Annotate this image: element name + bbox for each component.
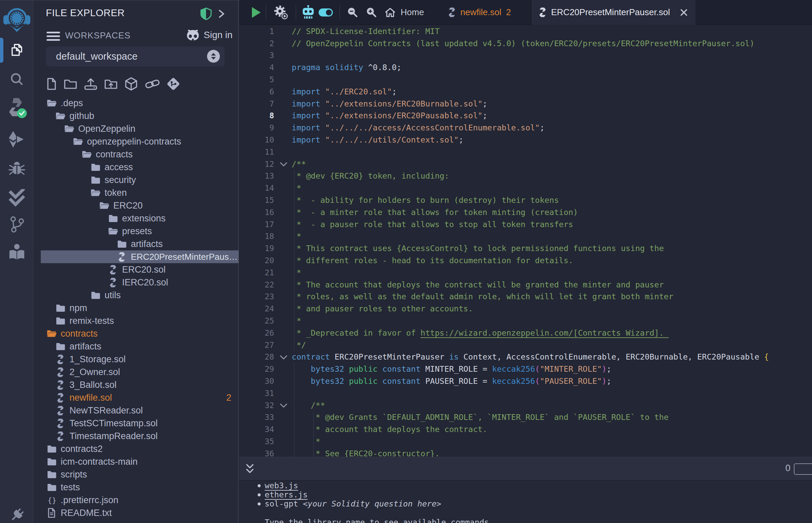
tree-folder-access[interactable]: access bbox=[34, 161, 239, 174]
code-line-29: 29 bytes32 public constant MINTER_ROLE =… bbox=[240, 363, 812, 375]
workspace-sort-icon[interactable] bbox=[207, 50, 220, 63]
line-number: 8 bbox=[240, 111, 274, 120]
tree-folder-ERC20[interactable]: ERC20 bbox=[34, 199, 239, 212]
tree-folder-contracts[interactable]: contracts bbox=[34, 327, 239, 340]
close-tab-icon[interactable] bbox=[679, 8, 688, 17]
file-explorer-panel: FILE EXPLORER WORKSPACES Sign in defaul bbox=[34, 0, 239, 523]
publish-gist-icon[interactable] bbox=[145, 77, 160, 91]
code-line-17: 17 * - a pauser role that allows to stop… bbox=[240, 218, 812, 231]
code-line-4: 4pragma solidity ^0.8.0; bbox=[240, 61, 812, 73]
tree-folder-extensions[interactable]: extensions bbox=[34, 212, 239, 225]
terminal-link[interactable]: ethers.js bbox=[265, 490, 307, 500]
terminal-listen-checkbox[interactable] bbox=[794, 463, 812, 475]
tree-folder-token[interactable]: token bbox=[34, 186, 239, 199]
code-editor[interactable]: 1// SPDX-License-Identifier: MIT2// Open… bbox=[240, 25, 812, 457]
tree-folder-scripts[interactable]: scripts bbox=[34, 468, 239, 481]
collapse-panel-icon[interactable] bbox=[217, 8, 226, 20]
workspace-select[interactable]: default_workspace bbox=[46, 47, 225, 66]
remix-logo-icon[interactable] bbox=[0, 6, 33, 32]
tree-item-label: OpenZeppelin bbox=[78, 124, 136, 134]
clone-git-icon[interactable] bbox=[166, 77, 180, 91]
zoom-in-icon[interactable] bbox=[365, 6, 378, 19]
tree-folder-contracts2[interactable]: contracts2 bbox=[34, 443, 239, 455]
terminal-output[interactable]: web3.jsethers.jssol-gpt <your Solidity q… bbox=[240, 481, 812, 523]
tree-folder-openzeppelin-contracts[interactable]: openzeppelin-contracts bbox=[34, 135, 239, 148]
search-icon[interactable] bbox=[0, 71, 33, 88]
debugger-icon[interactable] bbox=[0, 160, 33, 177]
remixai-icon[interactable] bbox=[301, 4, 316, 21]
folder-open-icon bbox=[73, 137, 83, 146]
new-folder-icon[interactable] bbox=[64, 77, 77, 91]
tree-folder-icm-contracts-main[interactable]: icm-contracts-main bbox=[34, 455, 239, 468]
remixai-toggle[interactable] bbox=[318, 8, 333, 17]
tab-newfile-sol[interactable]: newfile.sol2 bbox=[443, 0, 516, 25]
fold-chevron-icon[interactable] bbox=[279, 353, 289, 363]
solidity-compiler-icon[interactable] bbox=[0, 98, 33, 117]
run-script-button[interactable] bbox=[250, 6, 262, 19]
line-number: 5 bbox=[240, 75, 274, 84]
tree-folder-.deps[interactable]: .deps bbox=[34, 97, 239, 109]
tree-folder-artifacts[interactable]: artifacts bbox=[34, 340, 239, 353]
tree-file-3_Ballot.sol[interactable]: 3_Ballot.sol bbox=[34, 378, 239, 391]
line-number: 24 bbox=[240, 304, 274, 313]
tree-item-label: security bbox=[105, 175, 136, 185]
terminal-link[interactable]: web3.js bbox=[265, 481, 298, 490]
tree-file-.prettierrc.json[interactable]: {}.prettierrc.json bbox=[34, 494, 239, 506]
tree-folder-remix-tests[interactable]: remix-tests bbox=[34, 314, 239, 327]
tree-file-NewTSReader.sol[interactable]: NewTSReader.sol bbox=[34, 404, 239, 417]
sol-icon bbox=[55, 380, 66, 390]
tree-file-README.txt[interactable]: README.txt bbox=[34, 506, 239, 519]
code-line-23: 23 * roles, as well as the default admin… bbox=[240, 291, 812, 303]
line-number: 1 bbox=[240, 26, 274, 36]
tree-folder-presets[interactable]: presets bbox=[34, 225, 239, 238]
tree-folder-contracts[interactable]: contracts bbox=[34, 148, 239, 161]
modified-count-badge: 2 bbox=[226, 393, 231, 403]
folder-icon bbox=[90, 176, 101, 184]
line-number: 19 bbox=[240, 244, 274, 253]
tab-erc20presetminterpauser-sol[interactable]: ERC20PresetMinterPauser.sol bbox=[531, 0, 696, 25]
compile-run-button[interactable] bbox=[273, 5, 288, 20]
tree-item-label: icm-contracts-main bbox=[61, 457, 138, 467]
terminal-line bbox=[240, 508, 812, 518]
upload-file-icon[interactable] bbox=[84, 77, 98, 91]
terminal-collapse-icon[interactable] bbox=[244, 463, 255, 475]
tree-file-1_Storage.sol[interactable]: 1_Storage.sol bbox=[34, 353, 239, 366]
tree-file-newfile.sol[interactable]: newfile.sol2 bbox=[34, 391, 239, 404]
tree-folder-npm[interactable]: npm bbox=[34, 302, 239, 314]
tree-item-label: access bbox=[105, 162, 133, 173]
new-file-icon[interactable] bbox=[46, 77, 57, 91]
tab-home[interactable]: Home bbox=[380, 0, 428, 25]
tree-file-ERC20.sol[interactable]: ERC20.sol bbox=[34, 263, 239, 276]
file-explorer-icon[interactable] bbox=[0, 42, 33, 58]
unit-testing-icon[interactable] bbox=[0, 190, 33, 207]
tree-file-2_Owner.sol[interactable]: 2_Owner.sol bbox=[34, 366, 239, 378]
tree-file-ERC20PresetMinterPauser.sol[interactable]: ERC20PresetMinterPauser.sol bbox=[41, 250, 239, 263]
line-number: 17 bbox=[240, 220, 274, 229]
code-line-8: 8import "../extensions/ERC20Pausable.sol… bbox=[240, 110, 812, 122]
shield-icon[interactable] bbox=[200, 7, 212, 20]
tree-folder-security[interactable]: security bbox=[34, 174, 239, 186]
tree-folder-github[interactable]: github bbox=[34, 109, 239, 122]
deploy-run-icon[interactable] bbox=[0, 131, 33, 148]
tree-folder-utils[interactable]: utils bbox=[34, 289, 239, 302]
tree-file-TimestampReader.sol[interactable]: TimestampReader.sol bbox=[34, 430, 239, 443]
workspaces-menu-icon[interactable] bbox=[46, 30, 61, 43]
fold-chevron-icon[interactable] bbox=[279, 159, 289, 169]
sign-in-button[interactable]: Sign in bbox=[186, 28, 233, 42]
tab-label: Home bbox=[401, 7, 424, 18]
plugin-manager-icon[interactable] bbox=[0, 507, 33, 523]
git-icon[interactable] bbox=[0, 216, 33, 233]
tree-file-TestSCTimestamp.sol[interactable]: TestSCTimestamp.sol bbox=[34, 417, 239, 430]
code-line-25: 25 * bbox=[240, 315, 812, 327]
create-template-icon[interactable] bbox=[124, 77, 138, 91]
zoom-out-icon[interactable] bbox=[346, 6, 359, 19]
tree-item-label: README.txt bbox=[61, 508, 112, 518]
tree-folder-tests[interactable]: tests bbox=[34, 481, 239, 494]
tree-folder-artifacts[interactable]: artifacts bbox=[34, 238, 239, 250]
tree-file-IERC20.sol[interactable]: IERC20.sol bbox=[34, 276, 239, 289]
terminal-line: sol-gpt <your Solidity question here> bbox=[240, 500, 812, 508]
tree-folder-OpenZeppelin[interactable]: OpenZeppelin bbox=[34, 122, 239, 135]
learneth-icon[interactable] bbox=[0, 243, 33, 261]
fold-chevron-icon[interactable] bbox=[279, 401, 289, 411]
upload-folder-icon[interactable] bbox=[104, 77, 118, 91]
